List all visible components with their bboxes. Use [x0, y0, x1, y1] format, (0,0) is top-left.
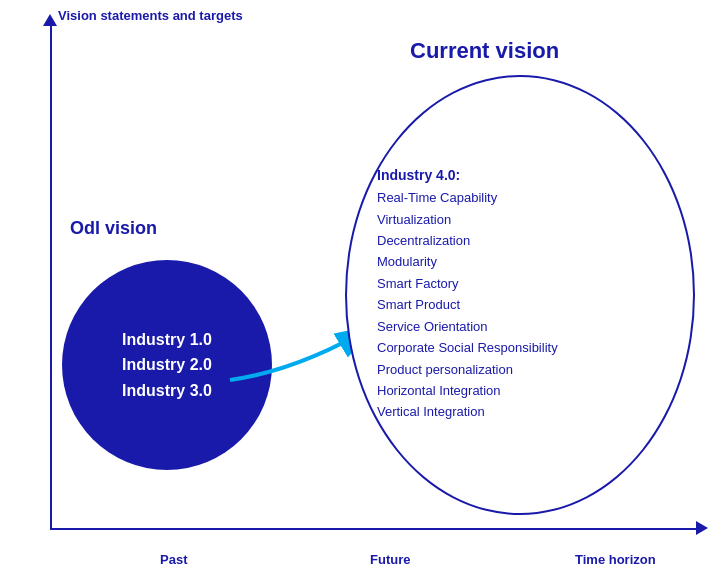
large-circle: Industry 4.0: Real-Time CapabilityVirtua… [345, 75, 695, 515]
small-circle-line: Industry 3.0 [122, 378, 212, 404]
x-axis-arrow [696, 521, 708, 535]
label-future: Future [370, 552, 410, 567]
large-circle-item: Smart Product [377, 294, 558, 315]
y-axis-arrow [43, 14, 57, 26]
small-circle-line: Industry 1.0 [122, 327, 212, 353]
label-time-horizon: Time horizon [575, 552, 656, 567]
large-circle-items: Real-Time CapabilityVirtualizationDecent… [377, 187, 558, 423]
chart-area: Vision statements and targets Past Futur… [0, 0, 716, 579]
large-circle-item: Smart Factory [377, 273, 558, 294]
chart-title: Vision statements and targets [58, 8, 243, 23]
large-circle-item: Horizontal Integration [377, 380, 558, 401]
label-old-vision: Odl vision [70, 218, 157, 239]
label-current-vision: Current vision [410, 38, 559, 64]
large-circle-item: Virtualization [377, 209, 558, 230]
small-circle-text: Industry 1.0Industry 2.0Industry 3.0 [122, 327, 212, 404]
large-circle-heading: Industry 4.0: [377, 167, 460, 183]
y-axis [50, 18, 52, 528]
large-circle-item: Service Orientation [377, 316, 558, 337]
large-circle-item: Modularity [377, 251, 558, 272]
large-circle-item: Vertical Integration [377, 401, 558, 422]
x-axis [50, 528, 700, 530]
small-circle: Industry 1.0Industry 2.0Industry 3.0 [62, 260, 272, 470]
large-circle-item: Product personalization [377, 359, 558, 380]
large-circle-item: Corporate Social Responsibility [377, 337, 558, 358]
small-circle-line: Industry 2.0 [122, 352, 212, 378]
large-circle-item: Real-Time Capability [377, 187, 558, 208]
large-circle-item: Decentralization [377, 230, 558, 251]
label-past: Past [160, 552, 187, 567]
